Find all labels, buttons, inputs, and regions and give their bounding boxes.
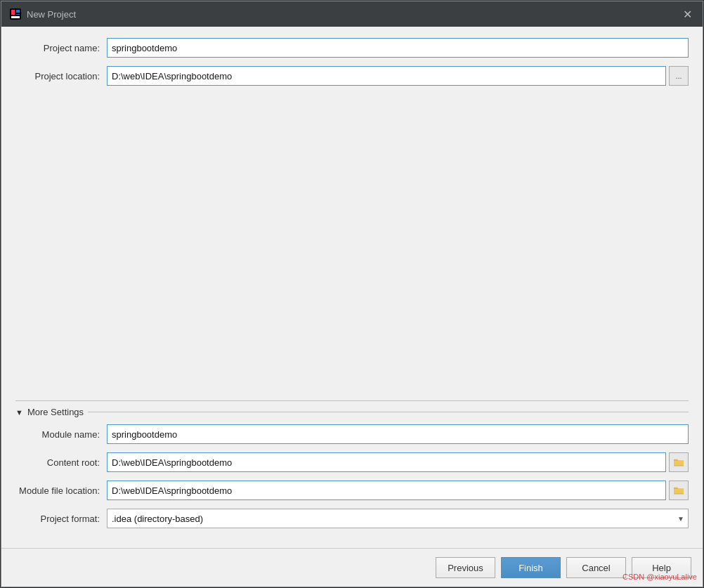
browse-location-button[interactable]: ... xyxy=(669,66,689,86)
module-file-location-field-group xyxy=(107,481,689,500)
module-name-row: Module name: xyxy=(15,424,689,444)
idea-icon xyxy=(10,8,21,20)
project-name-label: Project name: xyxy=(15,43,107,53)
browse-module-file-location-button[interactable] xyxy=(669,481,689,500)
project-format-select-wrapper: .idea (directory-based) .ipr (file based… xyxy=(107,509,689,528)
project-location-row: Project location: ... xyxy=(15,66,689,86)
content-root-input[interactable] xyxy=(107,452,666,472)
new-project-dialog: New Project ✕ Project name: Project loca… xyxy=(1,1,703,587)
svg-rect-2 xyxy=(16,10,20,13)
folder-icon-2 xyxy=(674,486,684,495)
svg-rect-4 xyxy=(11,16,20,18)
help-button[interactable]: Help xyxy=(632,557,691,578)
title-bar-left: New Project xyxy=(10,8,76,20)
more-settings-label: More Settings xyxy=(27,407,84,417)
project-name-input[interactable] xyxy=(107,38,689,58)
content-root-row: Content root: xyxy=(15,452,689,472)
more-settings-divider xyxy=(88,412,689,412)
project-name-row: Project name: xyxy=(15,38,689,58)
module-file-location-label: Module file location: xyxy=(15,485,107,496)
dialog-title: New Project xyxy=(27,9,76,20)
close-button[interactable]: ✕ xyxy=(680,7,694,21)
dialog-content: Project name: Project location: ... ▼ Mo… xyxy=(1,27,703,548)
project-location-label: Project location: xyxy=(15,71,107,81)
content-root-field-group xyxy=(107,452,689,472)
cancel-button[interactable]: Cancel xyxy=(566,557,626,578)
project-format-row: Project format: .idea (directory-based) … xyxy=(15,509,689,528)
module-name-label: Module name: xyxy=(15,429,107,440)
finish-button[interactable]: Finish xyxy=(501,557,561,578)
project-location-input[interactable] xyxy=(107,66,666,86)
project-location-field-group: ... xyxy=(107,66,689,86)
folder-icon xyxy=(674,458,684,466)
module-name-input[interactable] xyxy=(107,424,689,444)
more-settings-section: ▼ More Settings Module name: Content roo… xyxy=(15,400,689,537)
browse-content-root-button[interactable] xyxy=(669,452,689,472)
project-format-label: Project format: xyxy=(15,514,107,524)
module-file-location-row: Module file location: xyxy=(15,481,689,500)
project-format-select[interactable]: .idea (directory-based) .ipr (file based… xyxy=(107,509,689,528)
content-root-label: Content root: xyxy=(15,457,107,468)
module-file-location-input[interactable] xyxy=(107,481,666,500)
content-spacer xyxy=(15,94,689,395)
svg-rect-1 xyxy=(11,10,15,15)
previous-button[interactable]: Previous xyxy=(436,557,495,578)
dialog-footer: Previous Finish Cancel Help xyxy=(1,548,703,587)
collapse-arrow-icon: ▼ xyxy=(15,408,23,417)
svg-rect-3 xyxy=(16,14,20,15)
more-settings-header[interactable]: ▼ More Settings xyxy=(15,407,689,417)
title-bar: New Project ✕ xyxy=(1,1,703,27)
